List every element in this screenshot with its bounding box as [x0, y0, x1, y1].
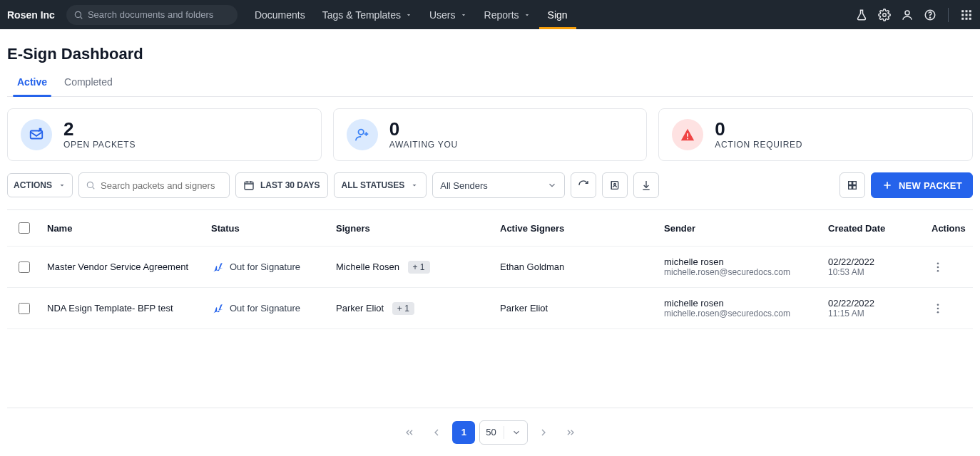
refresh-button[interactable] [571, 172, 596, 198]
grid-view-icon [847, 180, 858, 191]
search-input[interactable] [66, 5, 238, 25]
cell-name: Master Vendor Service Agreement [39, 247, 203, 288]
stat-label: ACTION REQUIRED [715, 140, 802, 150]
svg-point-16 [358, 130, 363, 135]
view-toggle-button[interactable] [839, 172, 865, 198]
status-filter-button[interactable]: ALL STATUSES [334, 172, 427, 198]
svg-point-3 [905, 11, 909, 15]
page: E-Sign Dashboard Active Completed 2 OPEN… [0, 29, 980, 456]
cell-signers: Parker Eliot [336, 303, 384, 314]
address-book-button[interactable] [602, 172, 628, 198]
search-icon [73, 10, 83, 20]
gear-icon[interactable] [878, 9, 891, 21]
refresh-icon [578, 180, 589, 191]
signers-more-chip[interactable]: + 1 [392, 302, 414, 315]
row-checkbox[interactable] [19, 261, 30, 273]
svg-point-5 [929, 17, 930, 18]
signers-more-chip[interactable]: + 1 [408, 261, 430, 274]
chevron-down-icon [58, 181, 66, 190]
col-created[interactable]: Created Date [820, 210, 923, 247]
cell-sender-email: michelle.rosen@securedocs.com [664, 267, 811, 277]
help-icon[interactable] [924, 9, 936, 21]
nav-items: Documents Tags & Templates Users Reports… [246, 0, 576, 29]
cell-created-time: 10:53 AM [828, 267, 914, 277]
svg-point-31 [937, 307, 939, 309]
envelope-arrow-icon [21, 119, 52, 150]
svg-point-30 [937, 304, 939, 306]
packets-table: Name Status Signers Active Signers Sende… [7, 209, 973, 408]
toolbar: ACTIONS LAST 30 DAYS ALL STATUSES All Se… [7, 172, 973, 198]
stat-label: AWAITING YOU [389, 140, 458, 150]
pager-next[interactable] [532, 421, 555, 444]
nav-tags-templates[interactable]: Tags & Templates [314, 0, 421, 29]
svg-line-1 [81, 16, 83, 19]
row-actions-menu[interactable] [931, 261, 964, 274]
stat-value: 0 [715, 120, 802, 138]
tab-active[interactable]: Active [17, 69, 47, 96]
tab-completed[interactable]: Completed [64, 69, 113, 96]
svg-rect-18 [687, 138, 688, 140]
table-row[interactable]: NDA Esign Template- BFP test Out for Sig… [7, 288, 973, 329]
actions-menu-button[interactable]: ACTIONS [7, 173, 73, 197]
pager-last[interactable] [559, 421, 582, 444]
table-row[interactable]: Master Vendor Service Agreement Out for … [7, 247, 973, 288]
row-checkbox[interactable] [19, 303, 30, 314]
calendar-icon [243, 180, 255, 191]
search-icon [86, 180, 96, 190]
stats-row: 2 OPEN PACKETS 0 AWAITING YOU 0 ACTION R… [7, 108, 973, 161]
cell-created-date: 02/22/2022 [828, 298, 914, 309]
col-signers[interactable]: Signers [327, 210, 491, 247]
new-packet-button[interactable]: NEW PACKET [871, 172, 973, 198]
page-title: E-Sign Dashboard [7, 45, 973, 63]
svg-line-20 [93, 187, 95, 190]
cell-sender-name: michelle rosen [664, 298, 811, 309]
svg-rect-26 [853, 186, 857, 190]
nav-documents[interactable]: Documents [246, 0, 314, 29]
stat-open-packets[interactable]: 2 OPEN PACKETS [7, 108, 322, 161]
col-active-signers[interactable]: Active Signers [491, 210, 655, 247]
svg-point-19 [87, 182, 93, 187]
stat-awaiting-you[interactable]: 0 AWAITING YOU [333, 108, 648, 161]
chevron-down-icon [511, 428, 521, 437]
chevron-down-icon [405, 11, 412, 19]
chevron-down-icon [460, 11, 467, 19]
svg-rect-23 [849, 182, 852, 185]
row-actions-menu[interactable] [931, 302, 964, 315]
cell-active-signers: Parker Eliot [491, 288, 655, 329]
col-status[interactable]: Status [203, 210, 327, 247]
brand: Rosen Inc [7, 9, 55, 21]
download-button[interactable] [633, 172, 659, 198]
chevron-down-icon [524, 11, 531, 19]
nav-users[interactable]: Users [421, 0, 476, 29]
col-sender[interactable]: Sender [655, 210, 820, 247]
sender-select[interactable]: All Senders [432, 172, 565, 198]
apps-grid-icon[interactable] [960, 9, 973, 21]
svg-rect-11 [969, 14, 971, 16]
cell-active-signers: Ethan Goldman [491, 247, 655, 288]
svg-point-29 [937, 269, 939, 271]
svg-rect-21 [245, 182, 253, 190]
svg-rect-15 [31, 131, 43, 139]
nav-reports[interactable]: Reports [476, 0, 539, 29]
col-actions: Actions [923, 210, 973, 247]
svg-rect-6 [961, 10, 964, 12]
pager-prev[interactable] [425, 421, 448, 444]
cell-status: Out for Signature [230, 261, 300, 272]
labs-icon[interactable] [855, 9, 868, 21]
svg-rect-10 [966, 14, 968, 16]
stat-action-required[interactable]: 0 ACTION REQUIRED [658, 108, 973, 161]
divider [948, 8, 949, 22]
pager-current[interactable]: 1 [452, 421, 475, 444]
select-all-checkbox[interactable] [19, 222, 30, 234]
cell-sender-email: michelle.rosen@securedocs.com [664, 309, 811, 318]
pager-first[interactable] [398, 421, 421, 444]
date-range-button[interactable]: LAST 30 DAYS [235, 172, 328, 198]
user-icon[interactable] [901, 9, 914, 21]
svg-point-27 [937, 262, 939, 264]
signature-icon [211, 302, 224, 315]
col-name[interactable]: Name [39, 210, 203, 247]
table-header: Name Status Signers Active Signers Sende… [7, 210, 973, 247]
nav-sign[interactable]: Sign [539, 0, 576, 29]
page-size-select[interactable]: 50 [479, 420, 527, 445]
packets-search-input[interactable] [78, 172, 230, 198]
